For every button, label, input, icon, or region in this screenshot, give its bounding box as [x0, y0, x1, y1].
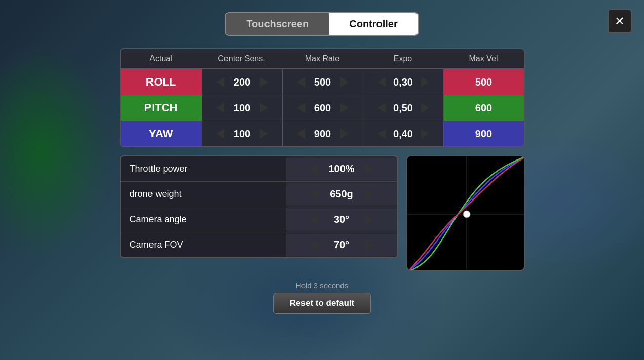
roll-label: ROLL — [121, 69, 202, 95]
tab-touchscreen[interactable]: Touchscreen — [226, 13, 329, 35]
camera-angle-dec[interactable] — [309, 215, 319, 225]
close-icon: ✕ — [615, 14, 625, 28]
camera-fov-value: 70° — [324, 239, 359, 251]
table-row-roll: ROLL 200 500 0,30 500 — [121, 69, 524, 95]
yaw-expo-value: 0,40 — [391, 128, 416, 140]
table-row-yaw: YAW 100 900 0,40 900 — [121, 121, 524, 146]
yaw-max-rate-inc[interactable] — [339, 129, 350, 139]
drone-weight-value: 650g — [324, 188, 359, 200]
hold-text: Hold 3 seconds — [296, 281, 348, 290]
svg-point-2 — [463, 211, 470, 218]
yaw-center-sens-cell: 100 — [202, 121, 282, 146]
throttle-power-inc[interactable] — [364, 164, 374, 174]
camera-angle-label: Camera angle — [121, 207, 286, 232]
main-content: Actual Center Sens. Max Rate Expo Max Ve… — [120, 48, 525, 314]
drone-weight-inc[interactable] — [364, 189, 374, 199]
table-row-pitch: PITCH 100 600 0,50 600 — [121, 95, 524, 121]
roll-expo-dec[interactable] — [376, 77, 387, 87]
header-max-vel: Max Vel — [443, 54, 524, 63]
yaw-expo-cell: 0,40 — [363, 121, 443, 146]
pitch-expo-dec[interactable] — [376, 103, 387, 113]
roll-expo-cell: 0,30 — [363, 69, 443, 95]
roll-max-vel-value: 500 — [471, 76, 497, 88]
pitch-center-sens-dec[interactable] — [215, 103, 225, 113]
throttle-power-control: 100% — [286, 158, 397, 180]
tab-controller[interactable]: Controller — [329, 13, 418, 35]
throttle-power-dec[interactable] — [309, 164, 319, 174]
reset-to-default-button[interactable]: Reset to default — [273, 293, 371, 314]
header-expo: Expo — [363, 54, 443, 63]
roll-max-rate-inc[interactable] — [339, 77, 350, 87]
roll-expo-value: 0,30 — [391, 76, 416, 88]
header-center-sens: Center Sens. — [202, 54, 282, 63]
pitch-max-vel-cell: 600 — [443, 95, 524, 121]
expo-curve-svg — [407, 156, 525, 271]
yaw-expo-inc[interactable] — [420, 129, 430, 139]
yaw-max-rate-value: 900 — [310, 128, 335, 140]
header-max-rate: Max Rate — [282, 54, 363, 63]
pitch-max-rate-inc[interactable] — [339, 103, 350, 113]
pitch-center-sens-inc[interactable] — [259, 103, 269, 113]
roll-max-rate-value: 500 — [310, 76, 335, 88]
camera-angle-row: Camera angle 30° — [121, 207, 397, 232]
drone-weight-label: drone weight — [121, 182, 286, 207]
pitch-center-sens-cell: 100 — [202, 95, 282, 121]
yaw-max-rate-cell: 900 — [282, 121, 363, 146]
table-panel: Actual Center Sens. Max Rate Expo Max Ve… — [120, 48, 525, 147]
roll-expo-inc[interactable] — [420, 77, 430, 87]
throttle-power-label: Throttle power — [121, 156, 286, 181]
camera-fov-label: Camera FOV — [121, 232, 286, 257]
reset-section: Hold 3 seconds Reset to default — [120, 281, 525, 314]
roll-center-sens-value: 200 — [230, 76, 255, 88]
roll-max-rate-cell: 500 — [282, 69, 363, 95]
roll-max-rate-dec[interactable] — [296, 77, 306, 87]
yaw-center-sens-dec[interactable] — [215, 129, 225, 139]
close-button[interactable]: ✕ — [608, 9, 632, 33]
camera-fov-row: Camera FOV 70° — [121, 232, 397, 257]
roll-center-sens-cell: 200 — [202, 69, 282, 95]
tab-switcher: Touchscreen Controller — [225, 12, 419, 36]
yaw-center-sens-inc[interactable] — [259, 129, 269, 139]
yaw-center-sens-value: 100 — [230, 128, 255, 140]
pitch-max-vel-value: 600 — [471, 102, 497, 114]
yaw-max-vel-cell: 900 — [443, 121, 524, 146]
camera-fov-control: 70° — [286, 234, 397, 256]
camera-fov-dec[interactable] — [309, 240, 319, 250]
pitch-center-sens-value: 100 — [230, 102, 255, 114]
roll-center-sens-dec[interactable] — [215, 77, 225, 87]
throttle-power-row: Throttle power 100% — [121, 156, 397, 181]
roll-center-sens-inc[interactable] — [259, 77, 269, 87]
drone-weight-dec[interactable] — [309, 189, 319, 199]
settings-panel: Throttle power 100% drone weight 650g — [120, 155, 398, 258]
header-actual: Actual — [121, 54, 202, 63]
camera-angle-inc[interactable] — [364, 215, 374, 225]
table-header: Actual Center Sens. Max Rate Expo Max Ve… — [121, 49, 524, 69]
pitch-expo-cell: 0,50 — [363, 95, 443, 121]
throttle-power-value: 100% — [324, 163, 359, 175]
camera-angle-control: 30° — [286, 209, 397, 230]
pitch-max-rate-cell: 600 — [282, 95, 363, 121]
drone-weight-row: drone weight 650g — [121, 181, 397, 207]
pitch-max-rate-value: 600 — [310, 102, 335, 114]
pitch-expo-inc[interactable] — [420, 103, 430, 113]
curve-chart — [406, 155, 525, 271]
yaw-max-vel-value: 900 — [471, 128, 497, 140]
yaw-expo-dec[interactable] — [376, 129, 387, 139]
pitch-max-rate-dec[interactable] — [296, 103, 306, 113]
drone-weight-control: 650g — [286, 183, 397, 205]
pitch-expo-value: 0,50 — [391, 102, 416, 114]
camera-angle-value: 30° — [324, 214, 359, 225]
yaw-label: YAW — [121, 121, 202, 146]
bottom-section: Throttle power 100% drone weight 650g — [120, 155, 525, 271]
pitch-label: PITCH — [121, 95, 202, 121]
yaw-max-rate-dec[interactable] — [296, 129, 306, 139]
camera-fov-inc[interactable] — [364, 240, 374, 250]
roll-max-vel-cell: 500 — [443, 69, 524, 95]
